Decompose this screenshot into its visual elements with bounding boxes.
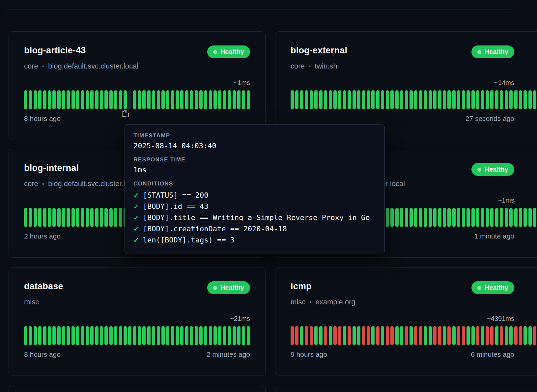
uptime-bar[interactable] (353, 326, 356, 345)
endpoint-card-icmp[interactable]: icmp Healthy misc • example.org ~4391ms … (275, 267, 537, 376)
uptime-bar[interactable] (386, 90, 389, 109)
uptime-bar[interactable] (471, 208, 475, 227)
uptime-bar[interactable] (476, 90, 479, 109)
uptime-bar[interactable] (48, 326, 51, 345)
uptime-bar[interactable] (419, 208, 422, 227)
uptime-bar[interactable] (218, 90, 221, 109)
uptime-bar[interactable] (62, 208, 65, 227)
uptime-bar[interactable] (505, 326, 508, 345)
uptime-bar[interactable] (462, 90, 465, 109)
uptime-bar[interactable] (90, 208, 94, 227)
uptime-bar[interactable] (333, 326, 337, 345)
uptime-bar[interactable] (452, 90, 456, 109)
uptime-bar[interactable] (348, 90, 351, 109)
uptime-bar[interactable] (95, 90, 99, 109)
uptime-bar[interactable] (424, 90, 427, 109)
uptime-bar[interactable] (38, 90, 42, 109)
uptime-bar[interactable] (486, 208, 489, 227)
uptime-bar[interactable] (357, 326, 360, 345)
uptime-bar[interactable] (371, 90, 375, 109)
uptime-bar[interactable] (528, 208, 532, 227)
uptime-bar[interactable] (414, 326, 417, 345)
uptime-bar[interactable] (57, 326, 61, 345)
uptime-bar[interactable] (390, 90, 394, 109)
uptime-bar[interactable] (523, 208, 527, 227)
uptime-bar[interactable] (481, 326, 484, 345)
uptime-bar[interactable] (223, 326, 226, 345)
uptime-bar[interactable] (367, 90, 370, 109)
uptime-bar[interactable] (213, 326, 217, 345)
uptime-bar[interactable] (523, 326, 527, 345)
uptime-bar[interactable] (395, 90, 399, 109)
endpoint-card-database[interactable]: database Healthy misc ~21ms 8 hours ago … (9, 267, 266, 376)
uptime-bar[interactable] (114, 208, 117, 227)
uptime-bar[interactable] (329, 326, 332, 345)
uptime-bar[interactable] (95, 326, 99, 345)
uptime-bar[interactable] (362, 326, 365, 345)
uptime-bar[interactable] (233, 90, 236, 109)
uptime-bar[interactable] (67, 208, 70, 227)
uptime-bar[interactable] (100, 326, 103, 345)
uptime-bar[interactable] (476, 208, 479, 227)
endpoint-card-blog-external[interactable]: blog-external Healthy core • twin.sh ~14… (275, 31, 537, 140)
uptime-bar[interactable] (486, 326, 489, 345)
uptime-bar[interactable] (95, 208, 99, 227)
uptime-bar[interactable] (514, 208, 518, 227)
uptime-bar[interactable] (161, 326, 165, 345)
uptime-bar[interactable] (190, 90, 193, 109)
uptime-bar[interactable] (338, 326, 341, 345)
uptime-bar[interactable] (195, 326, 198, 345)
uptime-bar[interactable] (386, 326, 389, 345)
uptime-bar[interactable] (433, 326, 437, 345)
uptime-bar[interactable] (490, 90, 494, 109)
uptime-bar[interactable] (133, 90, 136, 109)
uptime-bar[interactable] (247, 326, 250, 345)
uptime-bar[interactable] (52, 326, 56, 345)
uptime-bar[interactable] (76, 90, 79, 109)
uptime-bar[interactable] (462, 326, 465, 345)
uptime-bar[interactable] (124, 326, 127, 345)
uptime-bar[interactable] (86, 326, 89, 345)
uptime-bar[interactable] (228, 326, 231, 345)
uptime-bar[interactable] (295, 90, 298, 109)
uptime-bar[interactable] (176, 90, 179, 109)
uptime-bar[interactable] (495, 208, 498, 227)
uptime-bar[interactable] (213, 90, 217, 109)
uptime-bar[interactable] (371, 326, 375, 345)
uptime-bar[interactable] (233, 326, 236, 345)
uptime-bar[interactable] (357, 90, 360, 109)
uptime-bar[interactable] (300, 90, 303, 109)
uptime-bar[interactable] (100, 208, 103, 227)
uptime-bar[interactable] (147, 326, 151, 345)
uptime-bar[interactable] (333, 90, 337, 109)
uptime-bar[interactable] (509, 326, 513, 345)
uptime-bar[interactable] (500, 326, 503, 345)
uptime-bar[interactable] (62, 90, 65, 109)
uptime-bar[interactable] (400, 326, 403, 345)
uptime-bar[interactable] (400, 208, 403, 227)
uptime-bar[interactable] (34, 90, 37, 109)
uptime-bar[interactable] (223, 90, 226, 109)
uptime-bar[interactable] (438, 90, 441, 109)
uptime-bar[interactable] (48, 90, 51, 109)
endpoint-card-blog-article-43[interactable]: blog-article-43 Healthy core • blog.defa… (9, 31, 266, 140)
uptime-bar[interactable] (228, 90, 231, 109)
uptime-bar[interactable] (500, 90, 503, 109)
uptime-bar[interactable] (161, 90, 165, 109)
uptime-bar[interactable] (410, 90, 413, 109)
uptime-bar[interactable] (419, 326, 422, 345)
uptime-bar[interactable] (324, 90, 327, 109)
uptime-bar[interactable] (447, 208, 451, 227)
uptime-bar[interactable] (237, 326, 240, 345)
uptime-bar[interactable] (24, 90, 27, 109)
uptime-bar[interactable] (43, 208, 46, 227)
uptime-bar[interactable] (419, 90, 422, 109)
uptime-bar[interactable] (104, 208, 108, 227)
uptime-bar[interactable] (490, 208, 494, 227)
uptime-bar[interactable] (533, 326, 536, 345)
uptime-bar[interactable] (390, 208, 394, 227)
uptime-bar[interactable] (486, 90, 489, 109)
uptime-bar[interactable] (438, 208, 441, 227)
uptime-bar[interactable] (291, 90, 294, 109)
uptime-bar[interactable] (509, 208, 513, 227)
